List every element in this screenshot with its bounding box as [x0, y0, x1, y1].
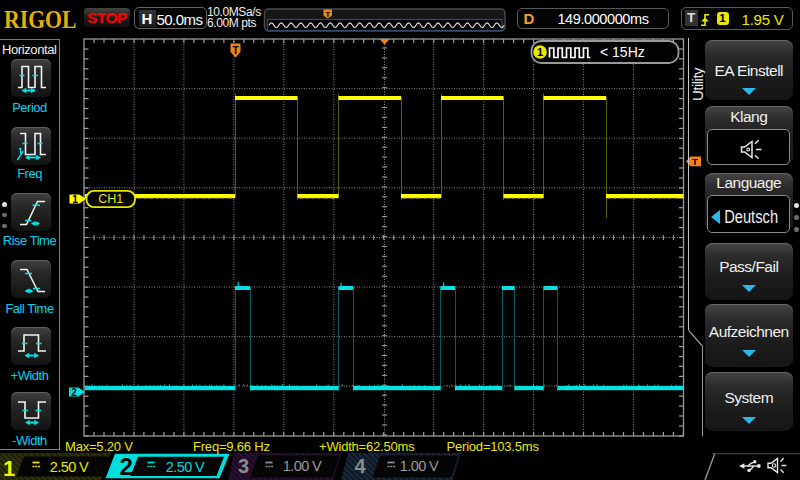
svg-text:2.50 V: 2.50 V	[50, 459, 89, 475]
svg-text:T: T	[325, 10, 330, 19]
svg-text:1.00 V: 1.00 V	[283, 458, 322, 474]
svg-text:1: 1	[537, 46, 543, 58]
svg-text:4: 4	[355, 455, 367, 477]
svg-text:2: 2	[120, 453, 133, 480]
svg-text:1: 1	[72, 194, 78, 205]
svg-text:CH1: CH1	[98, 192, 123, 206]
svg-text:< 15Hz: < 15Hz	[600, 44, 645, 60]
svg-text:1: 1	[3, 456, 15, 480]
svg-text:3: 3	[238, 455, 249, 477]
svg-text:2.50 V: 2.50 V	[166, 459, 205, 475]
svg-text:2: 2	[71, 387, 77, 398]
svg-text:T: T	[232, 45, 238, 56]
svg-text:1.00 V: 1.00 V	[400, 458, 439, 474]
